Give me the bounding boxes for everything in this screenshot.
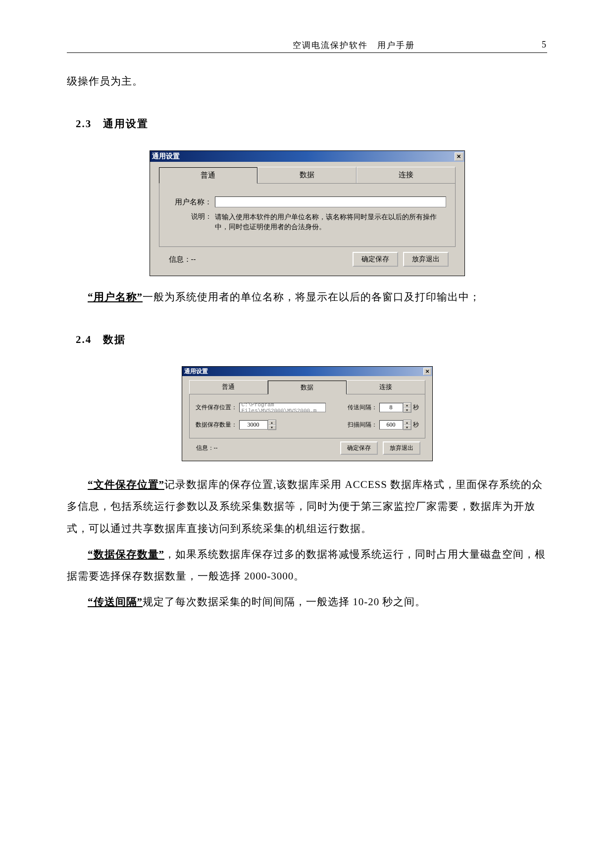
page-header: 空调电流保护软件 用户手册 5: [67, 40, 547, 53]
para-filepath: “文件保存位置”记录数据库的保存位置,该数据库采用 ACCESS 数据库格式，里…: [67, 474, 547, 539]
cancel-button[interactable]: 放弃退出: [403, 252, 449, 267]
term-username: “用户名称”: [88, 291, 143, 303]
para-username-text: 一般为系统使用者的单位名称，将显示在以后的各窗口及打印输出中；: [143, 291, 480, 303]
tab-data[interactable]: 数据: [268, 381, 347, 394]
username-label: 用户名称：: [168, 197, 212, 207]
term-count: “数据保存数量”: [88, 548, 164, 560]
tab-connection[interactable]: 连接: [357, 167, 456, 183]
count-input[interactable]: 3000: [239, 420, 268, 430]
send-interval-input[interactable]: 8: [379, 403, 403, 412]
tab-panel-data: 文件保存位置： C:\Program Files\MVS2000\MVS2000…: [189, 394, 425, 438]
scan-interval-label: 扫描间隔：: [348, 421, 377, 429]
cancel-button[interactable]: 放弃退出: [383, 441, 420, 455]
chevron-down-icon[interactable]: ▼: [404, 408, 411, 413]
dialog-title: 通用设置: [184, 367, 208, 376]
filepath-label: 文件保存位置：: [196, 403, 237, 412]
filepath-input[interactable]: C:\Program Files\MVS2000\MVS2000.m: [239, 403, 326, 412]
ok-button[interactable]: 确定保存: [353, 252, 398, 267]
titlebar[interactable]: 通用设置 ✕: [150, 151, 464, 162]
tab-panel-general: 用户名称： 说明： 请输入使用本软件的用户单位名称，该名称将同时显示在以后的所有…: [159, 184, 456, 247]
tab-strip: 普通 数据 连接: [159, 167, 456, 184]
username-input[interactable]: [215, 196, 446, 207]
chevron-up-icon[interactable]: ▲: [404, 420, 411, 425]
intro-text: 级操作员为主。: [67, 70, 547, 92]
chevron-down-icon[interactable]: ▼: [268, 425, 276, 430]
send-interval-label: 传送间隔：: [348, 403, 377, 412]
description-label: 说明：: [168, 212, 212, 232]
scan-interval-stepper[interactable]: ▲ ▼: [403, 420, 411, 430]
unit-seconds: 秒: [413, 421, 419, 429]
tab-connection[interactable]: 连接: [347, 380, 425, 394]
chevron-down-icon[interactable]: ▼: [404, 425, 411, 430]
titlebar[interactable]: 通用设置 ✕: [182, 367, 432, 376]
general-settings-dialog-1: 通用设置 ✕ 普通 数据 连接 用户名称： 说明： 请输入使用本软件的用户单位名…: [150, 150, 465, 276]
count-label: 数据保存数量：: [196, 421, 237, 429]
term-filepath: “文件保存位置”: [88, 479, 164, 490]
chevron-up-icon[interactable]: ▲: [268, 420, 276, 425]
para-send-interval: “传送间隔”规定了每次数据采集的时间间隔，一般选择 10-20 秒之间。: [67, 591, 547, 613]
send-interval-stepper[interactable]: ▲ ▼: [403, 402, 411, 413]
tab-data[interactable]: 数据: [257, 167, 357, 183]
para-count: “数据保存数量”，如果系统数据库保存过多的数据将减慢系统运行，同时占用大量磁盘空…: [67, 543, 547, 587]
section-2-3-heading: 2.3 通用设置: [76, 117, 547, 131]
page-number: 5: [542, 40, 547, 51]
unit-seconds: 秒: [413, 403, 419, 412]
general-settings-dialog-2: 通用设置 ✕ 普通 数据 连接 文件保存位置： C:\Program Files…: [182, 366, 433, 461]
para-username: “用户名称”一般为系统使用者的单位名称，将显示在以后的各窗口及打印输出中；: [67, 286, 547, 308]
tab-strip: 普通 数据 连接: [189, 380, 425, 394]
dialog-title: 通用设置: [152, 152, 180, 161]
info-label: 信息：--: [196, 444, 335, 452]
para-send-interval-text: 规定了每次数据采集的时间间隔，一般选择 10-20 秒之间。: [143, 596, 426, 608]
term-send-interval: “传送间隔”: [88, 596, 143, 608]
tab-general[interactable]: 普通: [189, 380, 268, 394]
description-text: 请输入使用本软件的用户单位名称，该名称将同时显示在以后的所有操作中，同时也证明使…: [215, 212, 446, 232]
close-icon[interactable]: ✕: [423, 368, 431, 375]
header-title: 空调电流保护软件 用户手册: [67, 40, 542, 51]
section-2-4-heading: 2.4 数据: [76, 333, 547, 346]
info-label: 信息：--: [169, 255, 348, 264]
ok-button[interactable]: 确定保存: [340, 441, 378, 455]
tab-general[interactable]: 普通: [159, 167, 258, 184]
close-icon[interactable]: ✕: [455, 152, 463, 161]
count-stepper[interactable]: ▲ ▼: [268, 420, 276, 430]
chevron-up-icon[interactable]: ▲: [404, 403, 411, 408]
scan-interval-input[interactable]: 600: [379, 420, 403, 430]
